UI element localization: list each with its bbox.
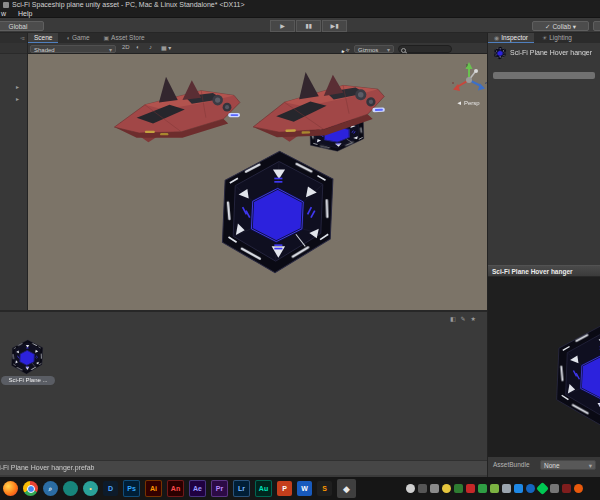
sublime-icon[interactable]: S (317, 481, 332, 496)
tray-red-icon[interactable] (466, 484, 475, 493)
scene-panel: Scene ◖Game ▣Asset Store Shaded▾ 2D ◐ ♪ … (28, 33, 487, 310)
scene-view-toolbar: Shaded▾ 2D ◐ ♪ ▦ ▾ Gizmos▾ ✦✧ (28, 43, 487, 54)
spaceship-left[interactable] (112, 62, 247, 157)
draw-mode-label: Shaded (34, 47, 55, 53)
tab-lighting[interactable]: ☀Lighting (536, 33, 578, 43)
menu-item-help[interactable]: Help (18, 10, 32, 17)
illustrator-icon[interactable]: Ai (145, 480, 162, 497)
tray-yellow-icon[interactable] (442, 484, 451, 493)
preview-hangar-model (546, 317, 600, 432)
tab-scene[interactable]: Scene (28, 33, 58, 43)
after-effects-icon[interactable]: Ae (189, 480, 206, 497)
powerpoint-icon[interactable]: P (277, 481, 292, 496)
firefox-icon[interactable] (3, 481, 18, 496)
gizmos-dropdown[interactable]: Gizmos▾ (354, 45, 394, 53)
assetbundle-label: AssetBundle (493, 461, 530, 468)
menu-item-window-cut[interactable]: w (1, 10, 6, 17)
animate-icon[interactable]: An (167, 480, 184, 497)
tray-person-icon[interactable] (406, 484, 415, 493)
favorite-icon[interactable]: ★ (471, 316, 481, 322)
unity-taskbar-icon[interactable]: ◆ (337, 479, 356, 498)
tab-scene-label: Scene (34, 34, 52, 41)
project-panel: ◧✎★ Sci-Fi Plane ... Sci-Fi Plane Hover … (0, 310, 487, 477)
axis-y-label: y (466, 62, 468, 67)
tab-asset-store-label: Asset Store (111, 34, 145, 41)
asset-label[interactable]: Sci-Fi Plane ... (1, 376, 55, 385)
chrome-icon[interactable] (23, 481, 38, 496)
tray-blue-square-icon[interactable] (514, 484, 523, 493)
selected-asset-pathbar: Sci-Fi Plane Hover hanger.prefab (0, 460, 487, 475)
tray-green-shield-icon[interactable] (454, 484, 463, 493)
scene-search-input[interactable] (398, 45, 452, 53)
hierarchy-panel: ▫≡ ▸ ▸ (0, 33, 28, 310)
step-button[interactable]: ▶▮ (322, 20, 347, 32)
premiere-icon[interactable]: Pr (211, 480, 228, 497)
tray-grid-icon[interactable] (550, 484, 559, 493)
hierarchy-toolbar (0, 43, 27, 54)
audition-icon[interactable]: Au (255, 480, 272, 497)
tab-asset-store[interactable]: ▣Asset Store (97, 33, 150, 43)
tray-blue-circle-icon[interactable] (526, 484, 535, 493)
lighting-tab-icon: ☀ (542, 35, 547, 41)
preview-pane[interactable] (488, 277, 600, 457)
photoshop-icon[interactable]: Ps (123, 480, 140, 497)
dark-blue-app-icon[interactable]: D (103, 481, 118, 496)
scene-orientation-gizmo[interactable]: y x z (448, 58, 487, 100)
selected-asset-path: Sci-Fi Plane Hover hanger.prefab (0, 464, 95, 471)
account-button[interactable] (593, 21, 600, 31)
chevron-down-icon: ▾ (573, 23, 576, 30)
asset-thumbnail[interactable] (8, 338, 46, 376)
assetbundle-dropdown[interactable]: None▾ (540, 460, 596, 470)
tray-gray-icon[interactable] (502, 484, 511, 493)
tab-inspector[interactable]: ◉Inspector (488, 33, 534, 43)
spaceship-right[interactable] (248, 54, 393, 158)
filter-icon[interactable]: ◧ (450, 316, 461, 322)
project-toolbar-icons[interactable]: ◧✎★ (450, 315, 481, 322)
foldout-arrow-icon[interactable]: ▸ (16, 83, 19, 90)
tab-game-label: Game (72, 34, 90, 41)
preview-header[interactable]: Sci-Fi Plane Hover hanger (488, 265, 600, 277)
hierarchy-tab-strip[interactable]: ▫≡ (0, 33, 27, 43)
word-icon[interactable]: W (297, 481, 312, 496)
tray-green-diamond-icon[interactable] (536, 482, 549, 495)
global-pivot-button[interactable]: Global (0, 21, 44, 31)
persp-label[interactable]: ◄ Persp (442, 100, 487, 106)
tray-green-icon[interactable] (478, 484, 487, 493)
scene-tabbar: Scene ◖Game ▣Asset Store (28, 33, 487, 43)
window-titlebar: Sci-Fi Spaceship plane unity asset - PC,… (0, 0, 600, 10)
unity-editor-window: Sci-Fi Spaceship plane unity asset - PC,… (0, 0, 600, 500)
lightroom-icon[interactable]: Lr (233, 480, 250, 497)
tab-game[interactable]: ◖Game (60, 33, 95, 43)
tray-orange-icon[interactable] (574, 484, 583, 493)
inspector-tabbar: ◉Inspector ☀Lighting (488, 33, 600, 43)
game-tab-icon: ◖ (66, 35, 70, 41)
tray-dark-icon[interactable] (418, 484, 427, 493)
draw-mode-dropdown[interactable]: Shaded▾ (30, 45, 116, 53)
gizmos-label: Gizmos (358, 47, 378, 53)
2d-toggle[interactable]: 2D (122, 44, 130, 50)
collab-button[interactable]: ✓ Collab ▾ (532, 21, 589, 31)
tray-mono-icon[interactable] (430, 484, 439, 493)
tab-lighting-label: Lighting (549, 34, 572, 41)
scene-view[interactable]: y x z ◄ Persp (28, 54, 487, 310)
inspector-disabled-bar[interactable] (493, 72, 595, 79)
lighting-toggle-icon[interactable]: ◐ (136, 44, 140, 50)
globe-app-icon[interactable] (63, 481, 78, 496)
effects-dropdown-icon[interactable]: ▦ ▾ (161, 44, 171, 51)
inspector-panel: ◉Inspector ☀Lighting Sci-Fi Plane Hover … (487, 33, 600, 477)
asset-store-tab-icon: ▣ (103, 35, 109, 41)
tray-photos-icon[interactable] (490, 484, 499, 493)
foldout-arrow-icon[interactable]: ▸ (16, 95, 19, 102)
edit-icon[interactable]: ✎ (461, 316, 471, 322)
play-button[interactable]: ▶ (270, 20, 295, 32)
search-app-icon[interactable]: ⌕ (43, 481, 58, 496)
tray-dark-red-icon[interactable] (562, 484, 571, 493)
maps-app-icon[interactable]: • (83, 481, 98, 496)
assetbundle-row: AssetBundle None▾ (488, 457, 600, 473)
audio-toggle-icon[interactable]: ♪ (149, 44, 152, 50)
pause-button[interactable]: ▮▮ (296, 20, 321, 32)
prefab-name: Sci-Fi Plane Hover hanger (510, 49, 599, 56)
windows-taskbar: ⌕ • D Ps Ai An Ae Pr Lr Au P W S ◆ (0, 477, 600, 500)
unity-app-icon (3, 2, 9, 8)
main-toolbar: Global ▶ ▮▮ ▶▮ ✓ Collab ▾ (0, 18, 600, 33)
